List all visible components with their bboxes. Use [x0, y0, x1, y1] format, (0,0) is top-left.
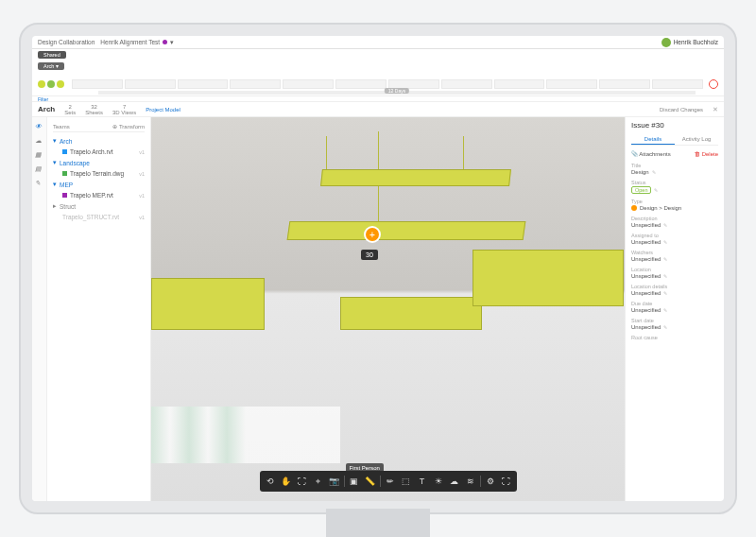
project-model-link[interactable]: Project Model	[146, 107, 180, 113]
tree-group[interactable]: ▾ Landscape	[53, 157, 145, 168]
delete-button[interactable]: 🗑 Delete	[695, 151, 718, 157]
discard-link[interactable]: Discard Changes	[660, 107, 703, 113]
tree-item[interactable]: Trapelo Terrain.dwgv1	[53, 168, 145, 179]
tab-details[interactable]: Details	[631, 134, 675, 145]
filter-bar2: Arch ▾	[32, 61, 724, 72]
issue-panel: Issue #30 Details Activity Log 📎 Attachm…	[625, 117, 724, 501]
issue-tooltip: 30	[361, 250, 378, 260]
tab-bar: Design Collaboration Henrik Alignment Te…	[32, 36, 724, 49]
close-icon[interactable]: ✕	[713, 106, 718, 113]
edit-icon[interactable]: ✎	[654, 187, 658, 193]
tree-group[interactable]: ▾ MEP	[53, 179, 145, 190]
eye-icon[interactable]: 👁	[35, 123, 43, 131]
viewport-3d[interactable]: + 30 First Person ⟲ ✋ ⛶ ⌖ 📷 ▣ 📏 ✏ ⬚ T ☀ …	[151, 117, 625, 501]
user-menu[interactable]: Henrik Buchholz	[662, 38, 718, 47]
project-title: Arch	[38, 105, 55, 113]
meta-bar: Arch 2Sets 32Sheets 73D Views Project Mo…	[32, 102, 724, 117]
tab-indicator-icon	[163, 40, 167, 44]
issue-marker[interactable]: +	[364, 226, 381, 243]
text-icon[interactable]: T	[415, 474, 430, 489]
chip-arch[interactable]: Arch ▾	[38, 62, 64, 70]
avatar-icon	[662, 38, 671, 47]
timeline-marker-icon[interactable]	[38, 80, 45, 88]
monitor-frame: Design Collaboration Henrik Alignment Te…	[19, 23, 737, 514]
model-icon[interactable]: ⬚	[399, 474, 414, 489]
timeline-marker-icon[interactable]	[47, 80, 55, 88]
markup-icon[interactable]: ✏	[383, 474, 398, 489]
orbit-icon[interactable]: ⟲	[263, 474, 278, 489]
layers-icon[interactable]: ▦	[35, 151, 43, 160]
explode-icon[interactable]: ☀	[431, 474, 446, 489]
walk-icon[interactable]: ⌖	[311, 474, 326, 489]
timeline-now-icon[interactable]	[709, 79, 718, 89]
measure-icon[interactable]: 📏	[363, 474, 378, 489]
attachments-button[interactable]: 📎 Attachments	[631, 150, 671, 157]
left-rail: 👁 ☁ ▦ ▤ ✎	[32, 117, 47, 501]
camera-icon[interactable]: 📷	[327, 474, 342, 489]
tree-item[interactable]: Trapelo_STRUCT.rvtv1	[53, 212, 145, 222]
timeline[interactable]: 12 Days	[32, 72, 724, 96]
issue-title: Issue #30	[631, 121, 718, 131]
cloud-icon[interactable]: ☁	[35, 137, 43, 146]
tree-group[interactable]: ▾ Arch	[53, 135, 145, 147]
settings-icon[interactable]: ⚙	[483, 474, 498, 489]
model-tree: Teams⊕ Transform ▾ Arch Trapelo Arch.rvt…	[47, 117, 151, 501]
tree-item[interactable]: Trapelo Arch.rvtv1	[53, 147, 145, 157]
section-icon[interactable]: ▣	[347, 474, 362, 489]
tab-activity[interactable]: Activity Log	[675, 134, 718, 145]
filter-bar: Shared	[32, 49, 724, 61]
tree-item[interactable]: Trapelo MEP.rvtv1	[53, 190, 145, 200]
tab-design-collab[interactable]: Design Collaboration	[38, 39, 94, 45]
zoom-icon[interactable]: ⛶	[295, 474, 310, 489]
edit-icon[interactable]: ✎	[652, 169, 656, 175]
cloud-icon[interactable]: ☁	[447, 474, 462, 489]
grid-icon[interactable]: ▤	[35, 165, 43, 174]
app-window: Design Collaboration Henrik Alignment Te…	[32, 36, 724, 501]
chip-shared[interactable]: Shared	[38, 51, 66, 59]
tree-group[interactable]: ▸ Struct	[53, 200, 145, 212]
pen-icon[interactable]: ✎	[35, 180, 43, 188]
tab-alignment[interactable]: Henrik Alignment Test ▾	[100, 39, 174, 46]
layers-icon[interactable]: ≋	[463, 474, 478, 489]
timeline-scrubber[interactable]: 12 Days	[98, 91, 696, 95]
fullscreen-icon[interactable]: ⛶	[499, 474, 514, 489]
timeline-marker-icon[interactable]	[57, 80, 64, 88]
pan-icon[interactable]: ✋	[279, 474, 294, 489]
view-toolbar: ⟲ ✋ ⛶ ⌖ 📷 ▣ 📏 ✏ ⬚ T ☀ ☁ ≋ ⚙ ⛶	[260, 471, 517, 492]
